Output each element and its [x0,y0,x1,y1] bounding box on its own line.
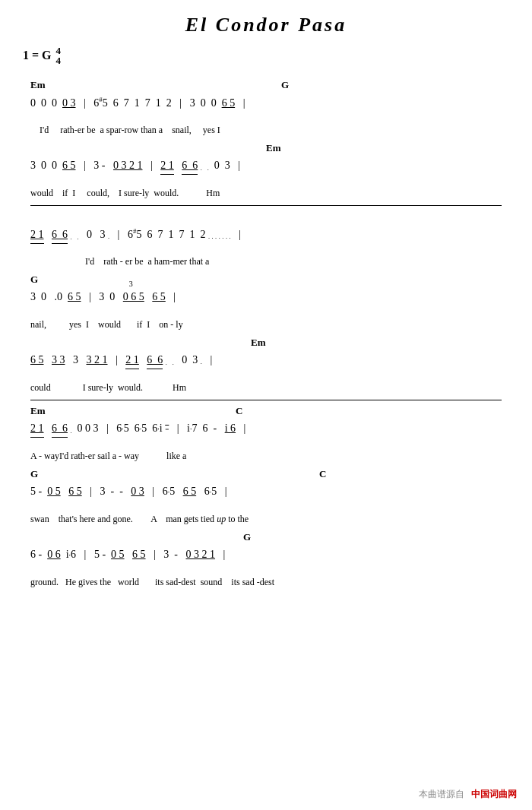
chord-em-2: Em [266,142,281,154]
lyrics-row-6: A - wayI'd rath-er sail a - way like a [30,451,502,462]
lyrics-row-4: nail, yes I would if I on - ly [30,319,502,331]
page-title: El Condor Pasa [23,14,509,36]
chord-g-4: G [30,274,38,286]
time-sig-bottom: 4 [56,55,62,65]
footer-label: 本曲谱源自 [419,789,464,799]
notes-row-2: 3 0 0 6 5 | 3 - 0 3 2 1 | 2 1 6 6 · · 0 … [30,157,502,188]
chord-c-7: C [319,468,326,480]
system-5: Em 6 5 3 3 3 3 2 1 | 2 1 6 6 · · 0 3 · | [30,337,502,394]
page: El Condor Pasa 1 = G 4 4 Em G 0 0 0 0 3 … [0,0,532,810]
system-1: Em G 0 0 0 0 3 | 6#5 6 7 1 7 1 2 | 3 0 0… [30,79,502,136]
system-2: Em 3 0 0 6 5 | 3 - 0 3 2 1 | 2 1 6 6 · ·… [30,142,502,199]
tempo-line: 1 = G 4 4 [23,46,509,65]
system-6: Em C 2 1 6 6 · 0 0 3 | 6·5 6·5 6·i = | i… [30,405,502,462]
notes-row-6: 2 1 6 6 · 0 0 3 | 6·5 6·5 6·i = | i·7 6 … [30,420,502,451]
notes-row-7: 5 - 0 5 6 5 | 3 - - 0 3 | 6·5 6 5 6·5 | [30,483,502,514]
notes-row-4: 3 0 .0 6 5 | 3 0 3 0 6 5 6 5 | [30,289,502,319]
chord-g-1: G [281,79,289,91]
notes-row-3: 2 1 6 6 · · 0 3 · | 6#5 6 7 1 7 1 2 · · … [30,226,502,256]
time-signature: 4 4 [56,46,62,65]
chord-em-5: Em [251,337,266,349]
chord-em-1: Em [30,79,46,91]
tempo-text: 1 = G [23,49,52,62]
lyrics-row-2: would if I could, I sure-ly would. Hm [30,188,502,199]
system-7: G C 5 - 0 5 6 5 | 3 - - 0 3 | 6·5 6 5 6·… [30,468,502,525]
lyrics-row-1: I'd rath-er be a spar-row than a snail, … [30,125,502,136]
notes-row-8: 6 - 0 6 i·6 | 5 - 0 5 6 5 | 3 - 0 3 2 1 … [30,546,502,577]
lyrics-row-8: ground. He gives the world its sad-dest … [30,577,502,588]
chord-c-6: C [236,405,242,417]
notes-row-1: 0 0 0 0 3 | 6#5 6 7 1 7 1 2 | 3 0 0 6 5 … [30,94,502,125]
section-divider-1 [30,205,502,206]
footer: 本曲谱源自 中国词曲网 [419,788,517,801]
score-area: Em G 0 0 0 0 3 | 6#5 6 7 1 7 1 2 | 3 0 0… [23,79,509,588]
footer-site: 中国词曲网 [471,789,517,799]
chord-g-7: G [30,468,38,480]
lyrics-row-5: could I sure-ly would. Hm [30,382,502,394]
system-8: G 6 - 0 6 i·6 | 5 - 0 5 6 5 | 3 - 0 3 2 … [30,531,502,588]
chord-em-6: Em [30,405,46,417]
lyrics-row-7: swan that's here and gone. A man gets ti… [30,514,502,525]
lyrics-row-3: I'd rath - er be a ham-mer that a [30,256,502,267]
section-divider-2 [30,400,502,400]
system-4: G 3 0 .0 6 5 | 3 0 3 0 6 5 6 5 | nail, [30,274,502,331]
chord-g-8: G [243,531,251,543]
notes-row-5: 6 5 3 3 3 3 2 1 | 2 1 6 6 · · 0 3 · | [30,352,502,382]
system-3: 2 1 6 6 · · 0 3 · | 6#5 6 7 1 7 1 2 · · … [30,210,502,267]
chord-area-3 [30,210,502,226]
